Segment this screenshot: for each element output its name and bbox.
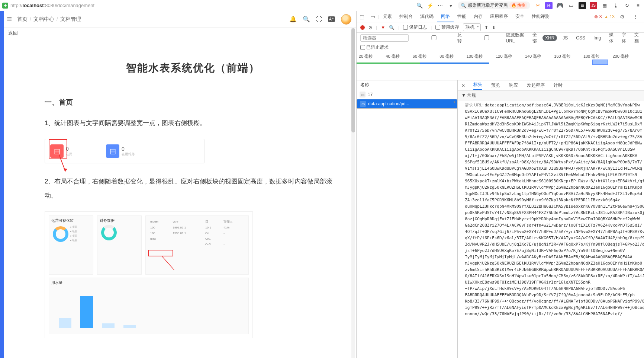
extensions: ✂ 译 🎮 ▭ ▦ JS ▦ ⭳ ↻ ≡: [534, 2, 642, 9]
detail-tab-initiator[interactable]: 发起程序: [522, 80, 549, 91]
app-scrollbar[interactable]: [351, 28, 355, 358]
screenshot-2: 运营可视化监● 项目● 项目● 项目● 项目 财务数据 modelvchr日百分…: [45, 211, 253, 338]
secure-icon: ✚: [2, 3, 8, 9]
filter-input[interactable]: [360, 34, 409, 42]
search-icon[interactable]: 🔍: [416, 3, 423, 9]
hide-data-url[interactable]: 隐藏数据 URL: [468, 32, 527, 44]
ext-scissors-icon[interactable]: ✂: [534, 2, 541, 9]
breadcrumb: 首页/ 文档中心/ 文档管理: [17, 16, 81, 23]
document-body: 智能水表系统优化（前端） 一、首页 1、统计图表与文字间隔需要调整宽一点，图表右…: [0, 39, 356, 358]
detail-tab-response[interactable]: 响应: [505, 80, 522, 91]
clear-icon[interactable]: ⊘: [368, 25, 372, 30]
hot-tag: 🔥热搜: [509, 2, 527, 9]
ext-menu-icon[interactable]: ≡: [634, 2, 642, 9]
ext-grid-icon[interactable]: ▦: [601, 2, 608, 9]
tab-performance[interactable]: 性能: [454, 11, 470, 22]
search-net-icon[interactable]: 🔍: [389, 25, 395, 30]
filter-icon[interactable]: ▼: [381, 25, 385, 30]
crumb-manage[interactable]: 文档管理: [60, 16, 81, 23]
general-section[interactable]: ▼ 常规: [458, 91, 644, 100]
blocked-requests[interactable]: 已阻止请求: [360, 44, 389, 51]
stat-blue-icon: ▤: [106, 144, 119, 158]
tab-sources[interactable]: 源代码: [416, 11, 437, 22]
request-row[interactable]: ▭17: [357, 90, 457, 99]
ext-tab-icon[interactable]: ▭: [567, 2, 575, 9]
filter-css[interactable]: CSS: [573, 35, 588, 41]
record-button[interactable]: [360, 25, 365, 30]
hot-search-text: 感染新冠后牙齿变黑: [468, 2, 508, 9]
disable-cache[interactable]: 禁用缓存: [435, 24, 459, 31]
tab-perfmon[interactable]: 性能评测: [528, 11, 553, 22]
request-row-selected[interactable]: ▭data:application/pd...: [357, 99, 457, 109]
more-icon[interactable]: ⋯: [437, 3, 444, 9]
filter-media[interactable]: 媒体: [606, 31, 616, 45]
tab-application[interactable]: 应用程序: [486, 11, 512, 22]
item-2: 2、布局不合理，右侧随着数据变化，显得很乱。应对右侧板块的视图固定高度，数据多时…: [45, 175, 341, 202]
throttle-select[interactable]: 联机: [463, 23, 481, 31]
ext-js-icon[interactable]: JS: [590, 2, 597, 9]
url-text: http://localhost:8080/doc/management: [10, 3, 94, 8]
error-count[interactable]: ⊗ 3: [594, 14, 602, 19]
devtools: ⬚ ▭ | 元素 控制台 源代码 网络 性能 内存 应用程序 安全 性能评测 ⊗…: [356, 11, 644, 358]
lang-toggle[interactable]: A⁺: [328, 16, 335, 22]
search-icon-app[interactable]: 🔍: [303, 16, 310, 23]
fullscreen-icon[interactable]: ⛶: [316, 16, 322, 23]
detail-tab-headers[interactable]: 标头: [469, 79, 487, 92]
flash-icon[interactable]: ⚡: [426, 3, 433, 9]
tab-network[interactable]: 网络: [437, 11, 454, 22]
ext-download-icon[interactable]: ⭳: [612, 2, 619, 9]
device-icon[interactable]: ▭: [367, 14, 378, 20]
screenshot-1: ▤ 0在用 ▤ 0在用维修: [45, 139, 205, 163]
invert-toggle[interactable]: 反转: [412, 32, 466, 44]
svg-line-0: [59, 155, 65, 170]
annotation-box-2: [148, 250, 173, 256]
close-detail-icon[interactable]: ✕: [458, 83, 469, 88]
ext-refresh-icon[interactable]: ↻: [623, 2, 631, 9]
crumb-home[interactable]: 首页: [17, 16, 28, 23]
ext-game-icon[interactable]: 🎮: [556, 2, 564, 9]
network-filter-bar: 反转 隐藏数据 URL 全部 XHR JS CSS Img 媒体 字体 文档 W…: [357, 33, 644, 43]
warn-count[interactable]: ▲ 13: [604, 14, 615, 19]
download-icon[interactable]: ⬇: [492, 25, 496, 30]
item-1: 1、统计图表与文字间隔需要调整宽一点，图表右侧模糊。: [45, 116, 341, 130]
shield-icon[interactable]: ▾: [447, 3, 454, 9]
timeline-selection[interactable]: [592, 60, 608, 65]
network-toolbar: ⊘ | ▼ 🔍 | 保留日志 | 禁用缓存 联机 ⬆ ⬇: [357, 22, 644, 33]
filter-doc[interactable]: 文档: [632, 31, 641, 45]
inspect-icon[interactable]: ⬚: [357, 14, 367, 20]
svg-marker-1: [64, 168, 67, 172]
section-heading: 一、首页: [45, 98, 341, 107]
address-bar[interactable]: ✚ http://localhost:8080/doc/management: [2, 3, 240, 9]
preserve-log[interactable]: 保留日志: [403, 24, 427, 31]
network-timeline[interactable]: 20 毫秒40 毫秒60 毫秒80 毫秒100 毫秒120 毫秒140 毫秒16…: [357, 52, 644, 80]
detail-tab-timing[interactable]: 计时: [549, 80, 567, 91]
filter-all[interactable]: 全部: [530, 31, 540, 45]
kebab-icon[interactable]: ⋮: [630, 14, 641, 20]
filter-js[interactable]: JS: [560, 35, 570, 41]
avatar[interactable]: [341, 14, 351, 25]
hot-search[interactable]: 🔍 感染新冠后牙齿变黑 🔥热搜: [458, 1, 530, 9]
col-name[interactable]: 名称: [357, 80, 457, 90]
filter-font[interactable]: 字体: [619, 31, 629, 45]
menu-toggle-icon[interactable]: ☰: [7, 16, 12, 23]
tab-memory[interactable]: 内存: [470, 11, 486, 22]
app: ☰ 首页/ 文档中心/ 文档管理 🔔 🔍 ⛶ A⁺ 返回 智能水表系统优化（前端…: [0, 11, 356, 358]
filter-img[interactable]: Img: [591, 35, 603, 41]
crumb-center[interactable]: 文档中心: [33, 16, 54, 23]
bell-icon[interactable]: 🔔: [289, 16, 297, 23]
browser-toolbar: ✚ http://localhost:8080/doc/management 🔍…: [0, 0, 644, 11]
ext-translate-icon[interactable]: 译: [545, 2, 553, 9]
svg-line-2: [162, 256, 174, 270]
request-detail: ✕ 标头 预览 响应 发起程序 计时 ▼ 常规 请求 URL: data:app…: [458, 80, 644, 358]
tab-console[interactable]: 控制台: [396, 11, 416, 22]
ext-qr-icon[interactable]: ▦: [579, 2, 586, 9]
headers-content: 请求 URL: data:application/pdf;base64,JVBE…: [458, 100, 644, 358]
tab-security[interactable]: 安全: [512, 11, 528, 22]
filter-xhr[interactable]: XHR: [542, 35, 557, 41]
back-link[interactable]: 返回: [8, 30, 18, 36]
settings-icon[interactable]: ⚙: [617, 14, 628, 20]
doc-title: 智能水表系统优化（前端）: [45, 61, 341, 75]
detail-tab-preview[interactable]: 预览: [487, 80, 505, 91]
tab-elements[interactable]: 元素: [379, 11, 396, 22]
upload-icon[interactable]: ⬆: [484, 25, 488, 30]
